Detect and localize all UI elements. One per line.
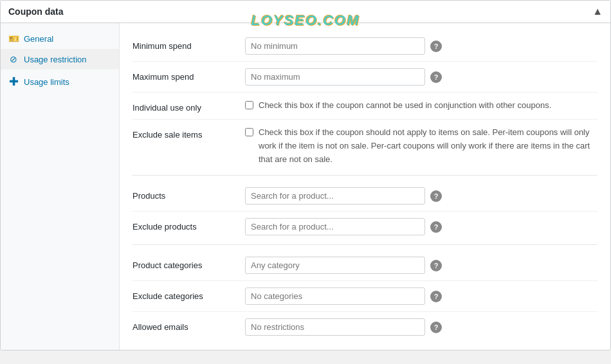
control-product-categories: ? <box>245 257 597 274</box>
form-content: Minimum spend ? Maximum spend ? Individu… <box>120 23 610 350</box>
help-icon-product-categories[interactable]: ? <box>430 260 442 271</box>
label-exclude-sale-items: Exclude sale items <box>132 126 245 140</box>
row-products: Products ? <box>132 178 597 212</box>
input-maximum-spend[interactable] <box>245 68 425 86</box>
sidebar-label-usage-limits: Usage limits <box>24 77 69 87</box>
label-individual-use: Individual use only <box>132 99 245 113</box>
sidebar: 🎫 General ⊘ Usage restriction ✚ Usage li… <box>1 23 120 350</box>
input-exclude-categories[interactable] <box>245 287 425 305</box>
help-icon-allowed-emails[interactable]: ? <box>430 322 442 333</box>
row-exclude-sale-items: Exclude sale items Check this box if the… <box>132 120 597 176</box>
row-minimum-spend: Minimum spend ? <box>132 31 597 62</box>
panel-toggle-icon[interactable]: ▲ <box>592 6 603 17</box>
control-exclude-products: ? <box>245 218 597 235</box>
label-exclude-categories: Exclude categories <box>132 287 245 301</box>
sidebar-label-usage-restriction: Usage restriction <box>24 55 87 64</box>
row-exclude-products: Exclude products ? <box>132 212 597 245</box>
label-exclude-products: Exclude products <box>132 218 245 232</box>
checkbox-exclude-sale-items[interactable] <box>245 128 253 136</box>
label-products: Products <box>132 187 245 201</box>
control-individual-use: Check this box if the coupon cannot be u… <box>245 99 597 112</box>
row-maximum-spend: Maximum spend ? <box>132 62 597 93</box>
checkbox-row-exclude-sale: Check this box if the coupon should not … <box>245 126 597 166</box>
sidebar-item-usage-restriction[interactable]: ⊘ Usage restriction <box>1 49 119 69</box>
input-exclude-products[interactable] <box>245 218 425 235</box>
checkbox-label-exclude-sale: Check this box if the coupon should not … <box>259 126 597 166</box>
row-individual-use: Individual use only Check this box if th… <box>132 93 597 120</box>
input-minimum-spend[interactable] <box>245 37 425 55</box>
ticket-icon: 🎫 <box>8 33 19 44</box>
checkbox-row-individual-use: Check this box if the coupon cannot be u… <box>245 99 551 112</box>
input-product-categories[interactable] <box>245 257 425 274</box>
help-icon-maximum-spend[interactable]: ? <box>430 71 442 83</box>
control-exclude-categories: ? <box>245 287 597 305</box>
control-maximum-spend: ? <box>245 68 597 86</box>
restriction-icon: ⊘ <box>8 54 19 64</box>
help-icon-minimum-spend[interactable]: ? <box>430 41 442 52</box>
row-exclude-categories: Exclude categories ? <box>132 281 597 312</box>
control-products: ? <box>245 187 597 205</box>
label-minimum-spend: Minimum spend <box>132 37 245 51</box>
sidebar-item-usage-limits[interactable]: ✚ Usage limits <box>1 69 119 94</box>
label-maximum-spend: Maximum spend <box>132 68 245 82</box>
sidebar-label-general: General <box>24 34 53 44</box>
help-icon-products[interactable]: ? <box>430 190 442 202</box>
input-products[interactable] <box>245 187 425 205</box>
label-allowed-emails: Allowed emails <box>132 318 245 332</box>
checkbox-label-individual-use: Check this box if the coupon cannot be u… <box>259 99 551 112</box>
control-minimum-spend: ? <box>245 37 597 55</box>
row-product-categories: Product categories ? <box>132 248 597 281</box>
plus-icon: ✚ <box>8 75 19 89</box>
panel-title: Coupon data <box>8 6 64 17</box>
input-allowed-emails[interactable] <box>245 318 425 336</box>
sidebar-item-general[interactable]: 🎫 General <box>1 28 119 49</box>
label-product-categories: Product categories <box>132 257 245 270</box>
help-icon-exclude-categories[interactable]: ? <box>430 291 442 302</box>
help-icon-exclude-products[interactable]: ? <box>430 221 442 233</box>
row-allowed-emails: Allowed emails ? <box>132 312 597 342</box>
control-allowed-emails: ? <box>245 318 597 336</box>
checkbox-individual-use[interactable] <box>245 101 253 109</box>
control-exclude-sale-items: Check this box if the coupon should not … <box>245 126 597 166</box>
